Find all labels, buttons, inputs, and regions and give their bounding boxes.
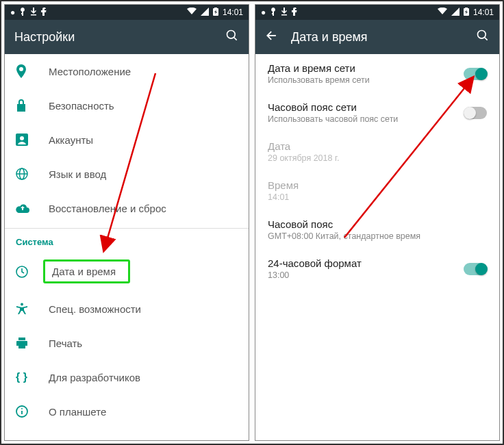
row-datetime[interactable]: Дата и время <box>5 251 249 292</box>
location-icon <box>16 64 34 78</box>
setting-24h[interactable]: 24-часовой формат 13:00 <box>255 249 499 288</box>
setting-subtitle: GMT+08:00 Китай, стандартное время <box>268 231 487 241</box>
row-label: Местоположение <box>49 66 238 77</box>
battery-icon <box>213 8 218 18</box>
status-time: 14:01 <box>223 8 243 17</box>
row-security[interactable]: Безопасность <box>5 88 249 123</box>
cloud-icon <box>16 201 34 215</box>
globe-icon <box>16 167 34 181</box>
fb-icon <box>292 8 299 18</box>
row-label: Дата и время <box>52 266 116 277</box>
status-bar: ● 14:01 <box>255 5 499 20</box>
wifi-icon <box>187 8 197 18</box>
row-location[interactable]: Местоположение <box>5 54 249 88</box>
setting-subtitle: 29 октября 2018 г. <box>268 153 487 163</box>
setting-subtitle: 14:01 <box>268 192 487 202</box>
svg-line-1 <box>234 38 237 40</box>
setting-auto-timezone[interactable]: Часовой пояс сети Использовать часовой п… <box>255 93 499 132</box>
datetime-list: Дата и время сети Использовать время сет… <box>255 54 499 440</box>
svg-point-0 <box>227 31 236 39</box>
section-system: Система <box>5 228 249 251</box>
app-bar: Настройки <box>5 20 249 54</box>
signal-icon <box>201 8 209 18</box>
datetime-screen: ● 14:01 Дата и время Дата и время сети И <box>255 4 500 441</box>
page-title: Дата и время <box>291 30 464 44</box>
row-label: О планшете <box>49 406 238 418</box>
wifi-icon <box>438 8 447 18</box>
svg-point-11 <box>21 408 23 409</box>
setting-title: Дата и время сети <box>268 62 464 74</box>
toggle-24h[interactable] <box>464 263 487 275</box>
svg-line-14 <box>485 38 488 40</box>
setting-title: Время <box>268 179 487 191</box>
account-icon <box>16 133 34 147</box>
row-label: Спец. возможности <box>49 303 238 315</box>
setting-title: Часовой пояс <box>268 218 487 230</box>
wifi-dot-icon: ● <box>261 8 266 17</box>
row-label: Восстановление и сброс <box>49 203 238 214</box>
status-bar: ● 14:01 <box>5 5 249 20</box>
status-time: 14:01 <box>473 8 494 17</box>
page-title: Настройки <box>14 30 213 44</box>
key-icon <box>19 8 26 18</box>
info-icon <box>16 405 34 418</box>
lock-icon <box>16 99 34 112</box>
row-label: Язык и ввод <box>49 168 238 180</box>
accessibility-icon <box>16 302 34 316</box>
setting-title: Часовой пояс сети <box>268 101 464 113</box>
braces-icon: { } <box>16 370 34 384</box>
key-icon <box>270 8 277 18</box>
app-bar: Дата и время <box>255 20 499 54</box>
row-label: Для разработчиков <box>49 372 238 383</box>
row-label: Аккаунты <box>49 134 238 146</box>
setting-subtitle: 13:00 <box>268 270 464 280</box>
settings-list: Местоположение Безопасность Аккаунты Язы… <box>5 54 249 440</box>
battery-icon <box>464 8 469 18</box>
row-print[interactable]: Печать <box>5 326 249 360</box>
setting-time: Время 14:01 <box>255 171 499 210</box>
setting-auto-datetime[interactable]: Дата и время сети Использовать время сет… <box>255 54 499 93</box>
search-icon[interactable] <box>476 29 490 45</box>
back-icon[interactable] <box>265 29 279 45</box>
row-backup[interactable]: Восстановление и сброс <box>5 191 249 225</box>
download-icon <box>281 8 288 18</box>
row-accessibility[interactable]: Спец. возможности <box>5 292 249 326</box>
setting-subtitle: Использовать часовой пояс сети <box>268 114 464 124</box>
wifi-dot-icon: ● <box>10 8 15 17</box>
signal-icon <box>451 8 459 18</box>
svg-point-8 <box>21 303 23 306</box>
setting-title: 24-часовой формат <box>268 257 464 269</box>
row-label: Безопасность <box>49 100 238 112</box>
row-accounts[interactable]: Аккаунты <box>5 123 249 157</box>
toggle-auto-timezone[interactable] <box>464 107 487 119</box>
print-icon <box>16 336 34 350</box>
download-icon <box>30 8 37 18</box>
search-icon[interactable] <box>225 29 239 45</box>
row-language[interactable]: Язык и ввод <box>5 157 249 191</box>
row-developer[interactable]: { } Для разработчиков <box>5 360 249 394</box>
row-label: Печать <box>49 338 238 349</box>
svg-point-13 <box>478 31 486 39</box>
toggle-auto-datetime[interactable] <box>464 68 487 80</box>
setting-date: Дата 29 октября 2018 г. <box>255 132 499 171</box>
setting-timezone[interactable]: Часовой пояс GMT+08:00 Китай, стандартно… <box>255 210 499 249</box>
row-about[interactable]: О планшете <box>5 394 249 429</box>
svg-point-3 <box>20 136 24 140</box>
settings-screen: ● 14:01 Настройки Местоположение <box>4 4 249 441</box>
clock-icon <box>16 265 34 279</box>
setting-title: Дата <box>268 140 487 152</box>
setting-subtitle: Использовать время сети <box>268 75 464 85</box>
fb-icon <box>41 8 48 18</box>
